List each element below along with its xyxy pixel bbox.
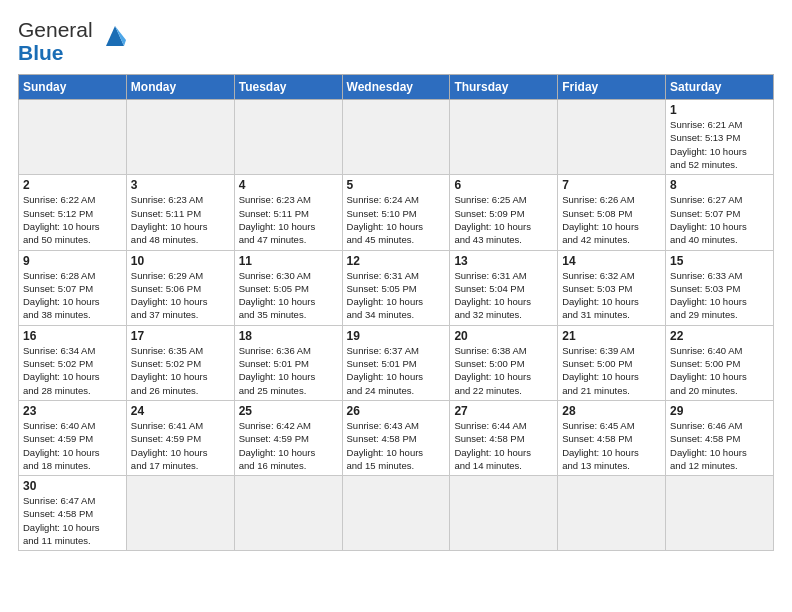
day-cell: 17Sunrise: 6:35 AM Sunset: 5:02 PM Dayli… [126, 325, 234, 400]
day-number: 2 [23, 178, 122, 192]
logo-icon [96, 18, 134, 56]
day-info: Sunrise: 6:22 AM Sunset: 5:12 PM Dayligh… [23, 193, 122, 246]
day-number: 16 [23, 329, 122, 343]
day-info: Sunrise: 6:46 AM Sunset: 4:58 PM Dayligh… [670, 419, 769, 472]
day-number: 3 [131, 178, 230, 192]
day-cell: 8Sunrise: 6:27 AM Sunset: 5:07 PM Daylig… [666, 175, 774, 250]
day-number: 13 [454, 254, 553, 268]
day-number: 4 [239, 178, 338, 192]
day-cell [558, 476, 666, 551]
calendar-page: General Blue SundayMondayTuesdayWednesda… [0, 0, 792, 561]
day-cell: 12Sunrise: 6:31 AM Sunset: 5:05 PM Dayli… [342, 250, 450, 325]
day-info: Sunrise: 6:33 AM Sunset: 5:03 PM Dayligh… [670, 269, 769, 322]
day-number: 1 [670, 103, 769, 117]
day-info: Sunrise: 6:28 AM Sunset: 5:07 PM Dayligh… [23, 269, 122, 322]
day-info: Sunrise: 6:47 AM Sunset: 4:58 PM Dayligh… [23, 494, 122, 547]
weekday-header-sunday: Sunday [19, 75, 127, 100]
day-info: Sunrise: 6:25 AM Sunset: 5:09 PM Dayligh… [454, 193, 553, 246]
day-info: Sunrise: 6:23 AM Sunset: 5:11 PM Dayligh… [239, 193, 338, 246]
day-cell: 23Sunrise: 6:40 AM Sunset: 4:59 PM Dayli… [19, 400, 127, 475]
day-number: 22 [670, 329, 769, 343]
weekday-header-thursday: Thursday [450, 75, 558, 100]
calendar-table: SundayMondayTuesdayWednesdayThursdayFrid… [18, 74, 774, 551]
day-number: 7 [562, 178, 661, 192]
day-number: 25 [239, 404, 338, 418]
day-cell: 26Sunrise: 6:43 AM Sunset: 4:58 PM Dayli… [342, 400, 450, 475]
day-cell [19, 100, 127, 175]
day-info: Sunrise: 6:26 AM Sunset: 5:08 PM Dayligh… [562, 193, 661, 246]
day-number: 11 [239, 254, 338, 268]
day-cell [450, 100, 558, 175]
weekday-header-monday: Monday [126, 75, 234, 100]
day-cell: 7Sunrise: 6:26 AM Sunset: 5:08 PM Daylig… [558, 175, 666, 250]
day-cell [234, 100, 342, 175]
day-cell [234, 476, 342, 551]
week-row-2: 2Sunrise: 6:22 AM Sunset: 5:12 PM Daylig… [19, 175, 774, 250]
day-cell: 14Sunrise: 6:32 AM Sunset: 5:03 PM Dayli… [558, 250, 666, 325]
day-cell: 16Sunrise: 6:34 AM Sunset: 5:02 PM Dayli… [19, 325, 127, 400]
day-cell: 4Sunrise: 6:23 AM Sunset: 5:11 PM Daylig… [234, 175, 342, 250]
day-number: 8 [670, 178, 769, 192]
week-row-6: 30Sunrise: 6:47 AM Sunset: 4:58 PM Dayli… [19, 476, 774, 551]
day-cell [450, 476, 558, 551]
weekday-header-row: SundayMondayTuesdayWednesdayThursdayFrid… [19, 75, 774, 100]
day-number: 28 [562, 404, 661, 418]
day-number: 20 [454, 329, 553, 343]
day-info: Sunrise: 6:31 AM Sunset: 5:05 PM Dayligh… [347, 269, 446, 322]
day-number: 26 [347, 404, 446, 418]
day-info: Sunrise: 6:35 AM Sunset: 5:02 PM Dayligh… [131, 344, 230, 397]
day-info: Sunrise: 6:39 AM Sunset: 5:00 PM Dayligh… [562, 344, 661, 397]
day-cell: 15Sunrise: 6:33 AM Sunset: 5:03 PM Dayli… [666, 250, 774, 325]
day-cell: 3Sunrise: 6:23 AM Sunset: 5:11 PM Daylig… [126, 175, 234, 250]
day-info: Sunrise: 6:41 AM Sunset: 4:59 PM Dayligh… [131, 419, 230, 472]
day-cell [666, 476, 774, 551]
week-row-5: 23Sunrise: 6:40 AM Sunset: 4:59 PM Dayli… [19, 400, 774, 475]
day-number: 15 [670, 254, 769, 268]
day-info: Sunrise: 6:34 AM Sunset: 5:02 PM Dayligh… [23, 344, 122, 397]
day-info: Sunrise: 6:23 AM Sunset: 5:11 PM Dayligh… [131, 193, 230, 246]
day-cell: 6Sunrise: 6:25 AM Sunset: 5:09 PM Daylig… [450, 175, 558, 250]
week-row-1: 1Sunrise: 6:21 AM Sunset: 5:13 PM Daylig… [19, 100, 774, 175]
day-number: 24 [131, 404, 230, 418]
weekday-header-saturday: Saturday [666, 75, 774, 100]
weekday-header-tuesday: Tuesday [234, 75, 342, 100]
day-cell: 28Sunrise: 6:45 AM Sunset: 4:58 PM Dayli… [558, 400, 666, 475]
day-cell: 10Sunrise: 6:29 AM Sunset: 5:06 PM Dayli… [126, 250, 234, 325]
day-info: Sunrise: 6:31 AM Sunset: 5:04 PM Dayligh… [454, 269, 553, 322]
day-cell: 27Sunrise: 6:44 AM Sunset: 4:58 PM Dayli… [450, 400, 558, 475]
day-number: 23 [23, 404, 122, 418]
day-cell [342, 100, 450, 175]
day-cell [126, 476, 234, 551]
day-info: Sunrise: 6:36 AM Sunset: 5:01 PM Dayligh… [239, 344, 338, 397]
day-cell [558, 100, 666, 175]
weekday-header-friday: Friday [558, 75, 666, 100]
day-cell: 29Sunrise: 6:46 AM Sunset: 4:58 PM Dayli… [666, 400, 774, 475]
day-cell: 20Sunrise: 6:38 AM Sunset: 5:00 PM Dayli… [450, 325, 558, 400]
day-cell: 30Sunrise: 6:47 AM Sunset: 4:58 PM Dayli… [19, 476, 127, 551]
day-info: Sunrise: 6:27 AM Sunset: 5:07 PM Dayligh… [670, 193, 769, 246]
day-info: Sunrise: 6:40 AM Sunset: 4:59 PM Dayligh… [23, 419, 122, 472]
logo: General Blue [18, 18, 134, 64]
day-info: Sunrise: 6:37 AM Sunset: 5:01 PM Dayligh… [347, 344, 446, 397]
day-info: Sunrise: 6:42 AM Sunset: 4:59 PM Dayligh… [239, 419, 338, 472]
day-cell [126, 100, 234, 175]
day-cell: 25Sunrise: 6:42 AM Sunset: 4:59 PM Dayli… [234, 400, 342, 475]
logo-general: General [18, 18, 93, 41]
weekday-header-wednesday: Wednesday [342, 75, 450, 100]
day-cell: 19Sunrise: 6:37 AM Sunset: 5:01 PM Dayli… [342, 325, 450, 400]
day-info: Sunrise: 6:40 AM Sunset: 5:00 PM Dayligh… [670, 344, 769, 397]
day-cell: 1Sunrise: 6:21 AM Sunset: 5:13 PM Daylig… [666, 100, 774, 175]
day-number: 18 [239, 329, 338, 343]
day-number: 5 [347, 178, 446, 192]
day-number: 6 [454, 178, 553, 192]
day-cell: 24Sunrise: 6:41 AM Sunset: 4:59 PM Dayli… [126, 400, 234, 475]
day-cell: 2Sunrise: 6:22 AM Sunset: 5:12 PM Daylig… [19, 175, 127, 250]
header: General Blue [18, 18, 774, 64]
day-info: Sunrise: 6:38 AM Sunset: 5:00 PM Dayligh… [454, 344, 553, 397]
day-cell: 13Sunrise: 6:31 AM Sunset: 5:04 PM Dayli… [450, 250, 558, 325]
day-number: 14 [562, 254, 661, 268]
day-number: 12 [347, 254, 446, 268]
day-number: 29 [670, 404, 769, 418]
week-row-4: 16Sunrise: 6:34 AM Sunset: 5:02 PM Dayli… [19, 325, 774, 400]
day-info: Sunrise: 6:32 AM Sunset: 5:03 PM Dayligh… [562, 269, 661, 322]
